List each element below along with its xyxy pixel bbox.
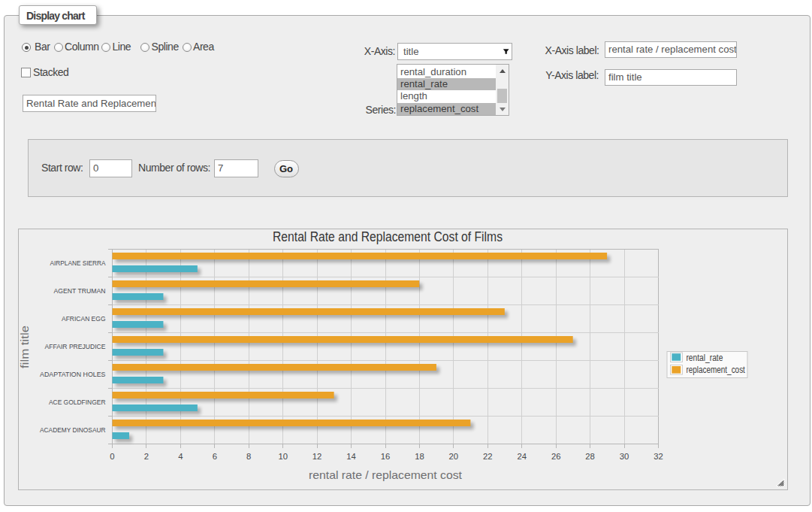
svg-text:22: 22 — [483, 452, 493, 461]
svg-text:20: 20 — [449, 452, 459, 461]
svg-text:rental_rate: rental_rate — [686, 353, 723, 363]
svg-text:6: 6 — [213, 452, 217, 461]
svg-text:16: 16 — [381, 452, 391, 461]
svg-text:28: 28 — [585, 452, 595, 461]
svg-text:24: 24 — [517, 452, 527, 461]
svg-text:8: 8 — [246, 452, 251, 461]
svg-text:Rental Rate and Replacement Co: Rental Rate and Replacement Cost of Film… — [273, 229, 503, 244]
svg-text:4: 4 — [178, 452, 183, 461]
svg-text:2: 2 — [144, 452, 149, 461]
svg-text:10: 10 — [278, 452, 288, 461]
svg-text:rental rate / replacement cost: rental rate / replacement cost — [309, 469, 462, 481]
svg-text:AGENT TRUMAN: AGENT TRUMAN — [54, 286, 106, 295]
svg-text:32: 32 — [654, 452, 663, 461]
svg-text:ACE GOLDFINGER: ACE GOLDFINGER — [49, 398, 106, 406]
svg-text:ADAPTATION HOLES: ADAPTATION HOLES — [40, 370, 106, 378]
svg-text:26: 26 — [551, 452, 561, 461]
svg-text:ACADEMY DINOSAUR: ACADEMY DINOSAUR — [40, 426, 106, 434]
svg-text:AFFAIR PREJUDICE: AFFAIR PREJUDICE — [45, 342, 106, 350]
svg-text:replacement_cost: replacement_cost — [686, 365, 745, 375]
svg-text:18: 18 — [415, 452, 424, 461]
svg-text:12: 12 — [312, 452, 322, 461]
svg-text:14: 14 — [346, 452, 356, 461]
svg-text:0: 0 — [110, 452, 114, 461]
svg-text:AIRPLANE SIERRA: AIRPLANE SIERRA — [50, 259, 107, 267]
svg-text:film title: film title — [19, 326, 31, 368]
svg-text:30: 30 — [620, 452, 629, 461]
svg-text:AFRICAN EGG: AFRICAN EGG — [62, 314, 106, 323]
